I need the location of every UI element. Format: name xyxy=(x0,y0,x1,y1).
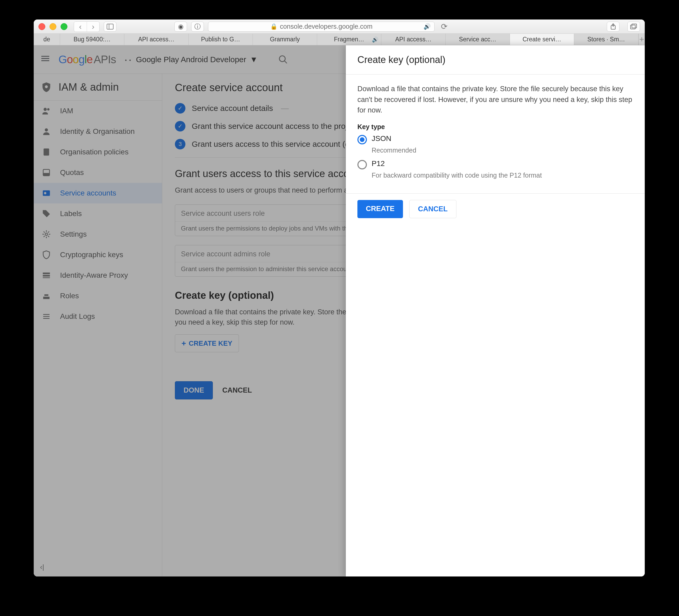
tab-strip: de Bug 59400:… API access… Publish to G…… xyxy=(34,34,645,45)
reload-button[interactable]: ⟳ xyxy=(439,22,450,31)
share-button[interactable] xyxy=(607,22,619,32)
extension-button-2[interactable]: ⓘ xyxy=(191,22,204,32)
tab-3[interactable]: Publish to G… xyxy=(189,34,253,45)
forward-button[interactable]: › xyxy=(87,22,99,32)
tab-9[interactable]: Stores · Sm… xyxy=(574,34,639,45)
svg-rect-3 xyxy=(630,25,635,29)
back-button[interactable]: ‹ xyxy=(74,22,87,32)
radio-p12-sub: For backward compatibility with code usi… xyxy=(371,172,633,179)
radio-p12[interactable]: P12 xyxy=(357,159,633,170)
create-key-drawer: Create key (optional) Download a file th… xyxy=(346,45,645,577)
zoom-window-button[interactable] xyxy=(61,23,67,30)
tab-7[interactable]: Service acc… xyxy=(446,34,510,45)
window-controls xyxy=(38,23,67,30)
tabs-button[interactable] xyxy=(627,22,640,32)
sound-icon: 🔊 xyxy=(372,36,379,43)
tab-4[interactable]: Grammarly xyxy=(253,34,317,45)
tab-2[interactable]: API access… xyxy=(124,34,189,45)
minimize-window-button[interactable] xyxy=(50,23,56,30)
address-bar[interactable]: 🔒 console.developers.google.com 🔊 xyxy=(208,22,434,32)
tab-0[interactable]: de xyxy=(34,34,60,45)
browser-window: ‹ › ◉ ⓘ 🔒 console.developers.google.com … xyxy=(34,20,645,577)
radio-selected-icon xyxy=(357,135,367,144)
radio-json[interactable]: JSON xyxy=(357,134,633,144)
drawer-description: Download a file that contains the privat… xyxy=(357,84,633,116)
drawer-cancel-button[interactable]: CANCEL xyxy=(409,200,456,218)
radio-unselected-icon xyxy=(357,160,367,170)
titlebar: ‹ › ◉ ⓘ 🔒 console.developers.google.com … xyxy=(34,20,645,34)
sidebar-toggle-button[interactable] xyxy=(104,22,117,32)
svg-rect-0 xyxy=(107,24,113,29)
page-content: GoogleAPIs ⬩⬩ Google Play Android Develo… xyxy=(34,45,645,577)
drawer-create-button[interactable]: CREATE xyxy=(357,200,403,218)
svg-rect-4 xyxy=(632,24,637,28)
lock-icon: 🔒 xyxy=(270,23,277,30)
tab-1[interactable]: Bug 59400:… xyxy=(60,34,124,45)
extension-button-1[interactable]: ◉ xyxy=(174,22,187,32)
key-type-label: Key type xyxy=(357,123,633,131)
url-text: console.developers.google.com xyxy=(280,23,373,30)
new-tab-button[interactable]: + xyxy=(639,34,645,45)
tab-6[interactable]: API access… xyxy=(381,34,446,45)
nav-buttons: ‹ › xyxy=(74,21,100,32)
close-window-button[interactable] xyxy=(38,23,45,30)
tab-5[interactable]: Fragmen…🔊 xyxy=(317,34,381,45)
drawer-title: Create key (optional) xyxy=(346,45,645,74)
sound-icon[interactable]: 🔊 xyxy=(423,23,431,30)
tab-8[interactable]: Create servi… xyxy=(510,34,574,45)
radio-json-sub: Recommended xyxy=(371,147,633,154)
